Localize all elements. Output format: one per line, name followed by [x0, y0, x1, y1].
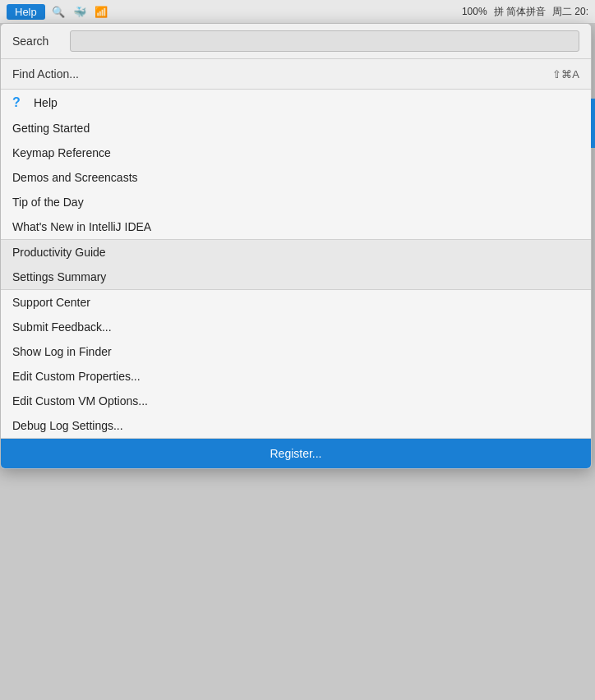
submit-feedback-label: Submit Feedback... [12, 320, 112, 334]
menu-item-settings-summary[interactable]: Settings Summary [1, 265, 591, 289]
help-section: ? Help Getting Started Keymap Reference … [1, 90, 591, 240]
menu-item-submit-feedback[interactable]: Submit Feedback... [1, 315, 591, 339]
datetime: 周二 20: [552, 5, 588, 19]
menu-item-edit-custom-properties[interactable]: Edit Custom Properties... [1, 364, 591, 389]
support-section: Support Center Submit Feedback... Show L… [1, 290, 591, 439]
menu-item-debug-log[interactable]: Debug Log Settings... [1, 413, 591, 438]
demos-screencasts-label: Demos and Screencasts [12, 171, 138, 184]
search-icon[interactable]: 🔍 [52, 6, 65, 18]
menu-item-keymap-reference[interactable]: Keymap Reference [1, 140, 591, 165]
help-dropdown-menu: Search Find Action... ⇧⌘A ? Help Getting… [0, 23, 592, 469]
keymap-reference-label: Keymap Reference [12, 146, 111, 159]
search-row: Search [1, 24, 591, 59]
battery-status: 100% [462, 6, 487, 17]
accent-bar [591, 99, 595, 148]
help-menu-label[interactable]: Help [7, 4, 45, 20]
menu-item-edit-custom-vm[interactable]: Edit Custom VM Options... [1, 389, 591, 413]
menu-bar-right: 100% 拼 简体拼音 周二 20: [462, 5, 588, 19]
support-center-label: Support Center [12, 296, 90, 309]
input-method: 拼 简体拼音 [494, 5, 546, 19]
edit-custom-properties-label: Edit Custom Properties... [12, 370, 141, 383]
docker-icon[interactable]: 🐳 [73, 6, 86, 18]
menu-item-show-log[interactable]: Show Log in Finder [1, 339, 591, 364]
tip-of-day-label: Tip of the Day [12, 196, 84, 209]
find-action-shortcut: ⇧⌘A [552, 68, 579, 81]
productivity-section: Productivity Guide Settings Summary [1, 240, 591, 290]
help-question-icon: ? [12, 95, 27, 110]
menu-item-getting-started[interactable]: Getting Started [1, 116, 591, 140]
getting-started-label: Getting Started [12, 122, 90, 135]
menu-item-support-center[interactable]: Support Center [1, 290, 591, 315]
settings-summary-label: Settings Summary [12, 270, 106, 283]
show-log-label: Show Log in Finder [12, 345, 112, 358]
find-action-item[interactable]: Find Action... ⇧⌘A [1, 59, 591, 90]
menu-item-demos-screencasts[interactable]: Demos and Screencasts [1, 165, 591, 190]
wifi-icon[interactable]: 📶 [95, 6, 108, 18]
menu-bar-icons: 🔍 🐳 📶 [52, 6, 108, 18]
edit-custom-vm-label: Edit Custom VM Options... [12, 394, 148, 408]
menu-item-whats-new[interactable]: What's New in IntelliJ IDEA [1, 214, 591, 239]
find-action-label: Find Action... [12, 67, 79, 81]
menu-bar: Help 🔍 🐳 📶 100% 拼 简体拼音 周二 20: [0, 0, 595, 23]
help-item-label: Help [34, 96, 58, 109]
register-label: Register... [270, 447, 321, 460]
whats-new-label: What's New in IntelliJ IDEA [12, 220, 151, 233]
menu-item-tip-of-day[interactable]: Tip of the Day [1, 190, 591, 214]
search-label: Search [12, 35, 62, 48]
register-item[interactable]: Register... [1, 439, 591, 468]
debug-log-label: Debug Log Settings... [12, 419, 123, 432]
menu-item-productivity-guide[interactable]: Productivity Guide [1, 240, 591, 265]
search-input[interactable] [70, 30, 579, 52]
productivity-guide-label: Productivity Guide [12, 246, 106, 259]
menu-item-help[interactable]: ? Help [1, 90, 591, 116]
